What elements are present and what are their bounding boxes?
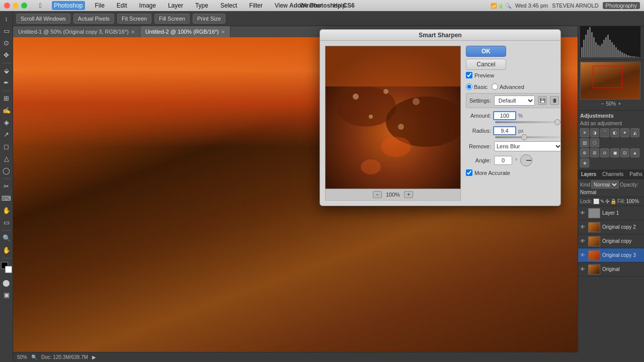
adj-bw[interactable]: ▨ xyxy=(580,138,589,147)
minimize-button[interactable] xyxy=(13,3,19,9)
remove-select[interactable]: Lens Blur Gaussian Blur Motion Blur xyxy=(494,141,561,151)
settings-select[interactable]: Default xyxy=(494,96,535,106)
tab-untitled2[interactable]: Untitled-2 @ 100% (RGB/16*) ✕ xyxy=(140,26,230,37)
adj-threshold[interactable]: ⊟ xyxy=(620,148,629,157)
adj-selective-color[interactable]: ◈ xyxy=(580,158,589,167)
close-button[interactable] xyxy=(4,3,10,9)
adj-hsl[interactable]: ◭ xyxy=(630,128,639,137)
tool-hand[interactable]: ✋ xyxy=(1,244,12,255)
adj-color-lookup[interactable]: ⊞ xyxy=(590,148,599,157)
tool-mask[interactable]: ⬤ xyxy=(1,277,12,288)
zoom-icon[interactable]: 🔍 xyxy=(31,354,37,360)
blend-mode-select[interactable]: Normal xyxy=(591,180,619,189)
maximize-button[interactable] xyxy=(21,3,27,9)
layer-2-visibility-icon[interactable]: 👁 xyxy=(580,238,586,244)
tool-path[interactable]: ✋ xyxy=(1,205,12,216)
scroll-all-windows-button[interactable]: Scroll All Windows xyxy=(16,14,70,24)
tab-untitled1-close[interactable]: ✕ xyxy=(131,29,135,35)
tab-untitled1[interactable]: Untitled-1 @ 50% (Original copy 3, RGB/1… xyxy=(13,26,140,37)
layer-row-4[interactable]: 👁 Original xyxy=(578,262,644,277)
lock-image-icon[interactable]: ✎ xyxy=(600,199,604,204)
workspace-label[interactable]: Photography xyxy=(603,2,640,9)
tool-text[interactable]: ⌨ xyxy=(1,193,12,204)
tool-zoom[interactable]: 🔍 xyxy=(1,232,12,243)
menu-filter[interactable]: Filter xyxy=(247,1,265,10)
more-accurate-checkbox[interactable] xyxy=(466,169,472,176)
adj-photo-filter[interactable]: ⬡ xyxy=(590,138,599,147)
print-size-button[interactable]: Print Size xyxy=(193,14,225,24)
menu-type[interactable]: Type xyxy=(193,1,210,10)
advanced-radio[interactable] xyxy=(492,83,498,90)
layer-0-visibility-icon[interactable]: 👁 xyxy=(580,210,586,216)
tool-quick-select[interactable]: ✥ xyxy=(1,49,12,60)
tool-eraser[interactable]: ◻ xyxy=(1,141,12,152)
tool-eyedropper[interactable]: ✒ xyxy=(1,77,12,88)
layer-row-0[interactable]: 👁 Layer 1 xyxy=(578,206,644,220)
tool-dodge[interactable]: ◯ xyxy=(1,165,12,176)
ok-button[interactable]: OK xyxy=(466,46,506,57)
menu-layer[interactable]: Layer xyxy=(166,1,185,10)
menu-image[interactable]: Image xyxy=(137,1,158,10)
adj-brightness[interactable]: ☀ xyxy=(580,128,589,137)
cancel-button[interactable]: Cancel xyxy=(466,59,506,70)
layer-row-1[interactable]: 👁 Original copy 2 xyxy=(578,220,644,234)
angle-dial[interactable] xyxy=(520,154,532,166)
radius-slider-track[interactable] xyxy=(495,136,560,138)
lock-all-icon[interactable]: 🔒 xyxy=(610,199,616,204)
layers-tab-paths[interactable]: Paths xyxy=(626,170,644,178)
layer-1-visibility-icon[interactable]: 👁 xyxy=(580,224,586,230)
amount-input[interactable] xyxy=(493,111,516,120)
tool-move[interactable]: ↕ xyxy=(1,13,12,24)
status-arrow[interactable]: ▶ xyxy=(92,354,96,360)
angle-input[interactable] xyxy=(494,156,512,165)
actual-pixels-button[interactable]: Actual Pixels xyxy=(73,14,114,24)
tool-colors[interactable] xyxy=(1,262,12,273)
radius-slider-thumb[interactable] xyxy=(521,134,527,140)
tool-crop[interactable]: ⬙ xyxy=(1,65,12,76)
lock-transparent-icon[interactable]: ⬜ xyxy=(593,199,599,204)
apple-menu[interactable]:  xyxy=(39,2,42,10)
menu-select[interactable]: Select xyxy=(218,1,239,10)
tool-clone[interactable]: ◈ xyxy=(1,117,12,128)
layer-3-visibility-icon[interactable]: 👁 xyxy=(580,252,586,258)
preview-zoom-out-button[interactable]: − xyxy=(373,191,382,198)
tool-select-rect[interactable]: ▭ xyxy=(1,25,12,36)
amount-slider-track[interactable] xyxy=(495,121,560,123)
amount-slider-thumb[interactable] xyxy=(554,119,560,125)
settings-delete-icon[interactable]: 🗑 xyxy=(550,96,559,105)
layer-4-visibility-icon[interactable]: 👁 xyxy=(580,266,586,273)
adj-invert[interactable]: ⊖ xyxy=(600,148,609,157)
tool-brush[interactable]: ✍ xyxy=(1,105,12,116)
advanced-radio-label[interactable]: Advanced xyxy=(492,83,524,90)
layers-tab-channels[interactable]: Channels xyxy=(599,170,626,178)
layers-tab-layers[interactable]: Layers xyxy=(578,170,599,178)
tool-lasso[interactable]: ⊙ xyxy=(1,37,12,48)
nav-zoom-out-icon[interactable]: − xyxy=(601,101,604,107)
adj-contrast[interactable]: ◑ xyxy=(590,128,599,137)
tool-shape[interactable]: ▭ xyxy=(1,217,12,228)
tool-pen[interactable]: ✂ xyxy=(1,180,12,192)
adj-channel-mix[interactable]: ⊕ xyxy=(580,148,589,157)
adj-vibrance[interactable]: ✦ xyxy=(620,128,629,137)
tab-untitled2-close[interactable]: ✕ xyxy=(221,29,225,35)
menu-view[interactable]: View xyxy=(273,1,290,10)
fill-screen-button[interactable]: Fill Screen xyxy=(154,14,190,24)
radius-input[interactable] xyxy=(493,126,516,135)
tool-screen[interactable]: ▣ xyxy=(1,289,12,300)
smart-sharpen-dialog[interactable]: Smart Sharpen xyxy=(319,29,561,206)
settings-save-icon[interactable]: 💾 xyxy=(538,96,547,105)
adj-exposure[interactable]: ◐ xyxy=(610,128,619,137)
layer-row-3[interactable]: 👁 Original copy 3 xyxy=(578,248,644,262)
lock-position-icon[interactable]: ✣ xyxy=(605,199,609,204)
adj-gradient-map[interactable]: ▲ xyxy=(630,148,639,157)
layer-row-2[interactable]: 👁 Original copy xyxy=(578,234,644,248)
adj-posterize[interactable]: ◼ xyxy=(610,148,619,157)
tool-gradient[interactable]: △ xyxy=(1,153,12,164)
menu-photoshop[interactable]: Photoshop xyxy=(52,1,85,10)
background-color[interactable] xyxy=(5,266,12,273)
tool-history[interactable]: ↗ xyxy=(1,129,12,140)
preview-checkbox[interactable] xyxy=(466,72,472,78)
nav-zoom-in-icon[interactable]: + xyxy=(618,101,621,107)
fit-screen-button[interactable]: Fit Screen xyxy=(117,14,151,24)
menu-edit[interactable]: Edit xyxy=(115,1,129,10)
